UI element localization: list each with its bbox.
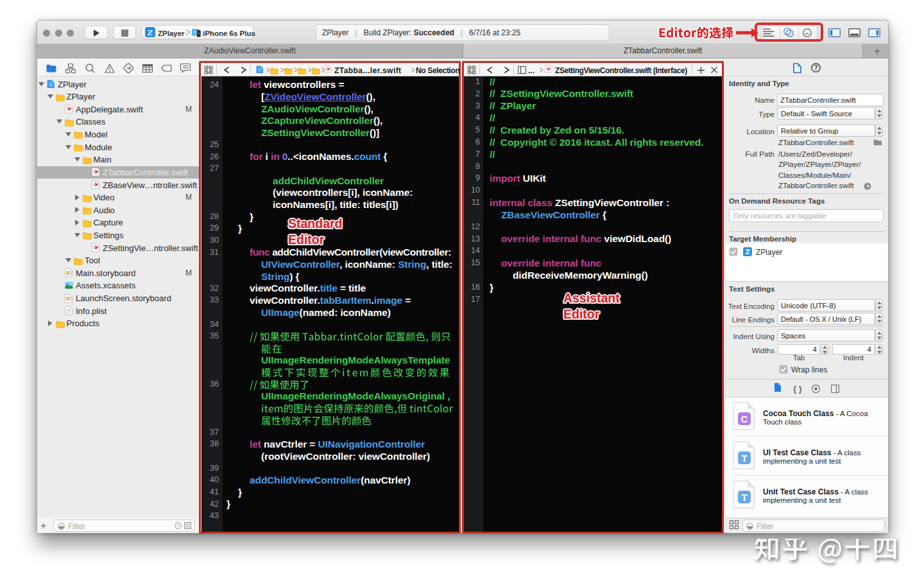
svg-text:C: C bbox=[741, 414, 748, 424]
svg-text:?: ? bbox=[814, 64, 817, 71]
svg-text:T: T bbox=[741, 453, 747, 464]
svg-text:Z: Z bbox=[147, 28, 153, 37]
svg-text:T: T bbox=[741, 492, 747, 503]
